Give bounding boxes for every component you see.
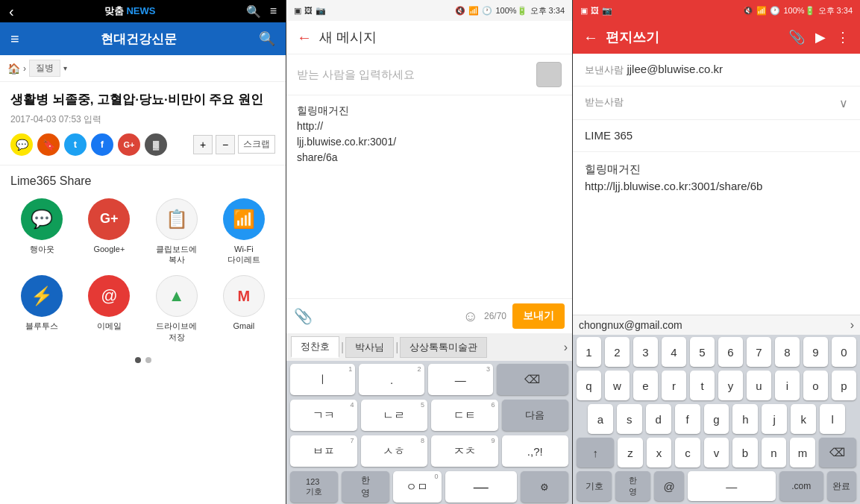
scrap-plus-button[interactable]: +	[193, 135, 213, 154]
key-i[interactable]: i	[775, 371, 800, 400]
key-x[interactable]: x	[647, 438, 672, 467]
hamburger-icon[interactable]: ≡	[10, 31, 19, 48]
key-3[interactable]: 3	[633, 337, 658, 367]
key-c[interactable]: c	[675, 438, 700, 467]
email-attach-icon[interactable]: 📎	[788, 29, 805, 45]
key-k[interactable]: k	[791, 404, 816, 434]
email-back-button[interactable]: ←	[583, 29, 598, 46]
send-button[interactable]: 보내기	[512, 303, 565, 329]
at-key[interactable]: @	[654, 471, 683, 501]
key-2[interactable]: 2	[605, 337, 630, 367]
key-t[interactable]: t	[690, 371, 715, 400]
key-dot[interactable]: 2.	[359, 364, 424, 395]
next-key[interactable]: 다음	[502, 400, 569, 431]
more-share-icon[interactable]: ▓	[145, 133, 167, 156]
com-key[interactable]: .com	[779, 471, 823, 501]
key-nl[interactable]: 5ㄴㄹ	[361, 400, 428, 431]
key-b[interactable]: b	[732, 438, 758, 467]
home-link[interactable]: 🏠	[7, 63, 20, 75]
backspace-key[interactable]: ⌫	[497, 364, 568, 395]
symbols-key[interactable]: 123기호	[290, 471, 338, 503]
recipient-art[interactable]: 상상톡톡미술관	[400, 337, 487, 358]
space-key-kr[interactable]: —	[445, 471, 517, 503]
key-punct[interactable]: .,?!	[502, 435, 569, 467]
bookmark-icon[interactable]: 🔖	[37, 133, 60, 156]
recipient-doctor[interactable]: 박사님	[345, 337, 394, 358]
key-sh[interactable]: 8ㅅㅎ	[361, 435, 428, 467]
facebook-share-icon[interactable]: f	[91, 133, 113, 156]
key-f[interactable]: f	[675, 404, 700, 434]
share-email[interactable]: @ 이메일	[78, 275, 140, 342]
key-o[interactable]: o	[803, 371, 828, 400]
key-q[interactable]: q	[577, 371, 601, 400]
key-p[interactable]: p	[832, 371, 856, 400]
key-m[interactable]: m	[790, 438, 815, 467]
key-5[interactable]: 5	[690, 337, 715, 367]
key-j[interactable]: j	[762, 404, 787, 434]
key-d[interactable]: d	[646, 404, 671, 434]
key-n[interactable]: n	[762, 438, 787, 467]
key-l[interactable]: l	[820, 404, 845, 434]
email-body[interactable]: 힐링매거진http://ljj.bluwise.co.kr:3001/share…	[573, 152, 860, 315]
key-gk[interactable]: 4ㄱㅋ	[290, 400, 357, 431]
key-w[interactable]: w	[605, 371, 630, 400]
sms-back-button[interactable]: ←	[297, 29, 312, 46]
message-body-area[interactable]: 힐링매거진http://ljj.bluwise.co.kr:3001/share…	[286, 95, 572, 298]
key-bp[interactable]: 7ㅂㅍ	[290, 435, 357, 467]
key-8[interactable]: 8	[775, 337, 800, 367]
email-more-icon[interactable]: ⋮	[836, 29, 850, 45]
key-i[interactable]: 1ㅣ	[290, 364, 355, 395]
shift-key[interactable]: ↑	[577, 438, 614, 467]
to-field[interactable]: 받는 사람을 입력하세요	[286, 54, 572, 95]
key-dash[interactable]: 3—	[428, 364, 493, 395]
recipients-row[interactable]: chongnux@gmail.com ›	[573, 315, 860, 335]
category-link[interactable]: 질병	[29, 60, 60, 77]
share-hangout[interactable]: 💬 행아웃	[10, 198, 73, 265]
key-dt[interactable]: 6ㄷㅌ	[431, 400, 498, 431]
recipient-jungchaho[interactable]: 정찬호	[291, 336, 339, 358]
key-jc[interactable]: 9ㅈㅊ	[431, 435, 498, 467]
key-1[interactable]: 1	[577, 337, 601, 367]
subject-field[interactable]: LIME 365	[573, 120, 860, 152]
key-0[interactable]: 0	[832, 337, 856, 367]
email-send-icon[interactable]: ▶	[815, 29, 826, 45]
key-e[interactable]: e	[633, 371, 658, 400]
search-icon[interactable]: 🔍	[246, 4, 261, 19]
key-4[interactable]: 4	[662, 337, 686, 367]
share-clipboard[interactable]: 📋 클립보드에복사	[145, 198, 208, 265]
back-button[interactable]: ‹	[9, 3, 14, 20]
key-y[interactable]: y	[718, 371, 743, 400]
kakao-share-icon[interactable]: 💬	[10, 133, 33, 156]
share-gplus[interactable]: G+ Google+	[78, 198, 140, 265]
done-key[interactable]: 완료	[827, 471, 856, 501]
space-qkey[interactable]: —	[688, 471, 776, 501]
menu-icon[interactable]: ≡	[270, 4, 277, 18]
key-a[interactable]: a	[588, 404, 613, 434]
share-bluetooth[interactable]: ⚡ 블루투스	[10, 275, 73, 342]
recipients-chevron[interactable]: ›	[564, 341, 568, 354]
share-wifi[interactable]: 📶 Wi-Fi다이레트	[213, 198, 275, 265]
key-v[interactable]: v	[704, 438, 729, 467]
key-9[interactable]: 9	[803, 337, 828, 367]
share-gmail[interactable]: M Gmail	[213, 275, 275, 342]
attach-icon[interactable]: 📎	[294, 307, 313, 325]
settings-key[interactable]: ⚙	[521, 471, 568, 503]
blue-bar-search-icon[interactable]: 🔍	[259, 31, 275, 47]
scrap-minus-button[interactable]: −	[216, 135, 235, 154]
symbols-qkey[interactable]: 기호	[577, 471, 612, 501]
lang-qkey[interactable]: 한영	[615, 471, 650, 501]
key-6[interactable]: 6	[718, 337, 743, 367]
key-7[interactable]: 7	[747, 337, 771, 367]
key-g[interactable]: g	[704, 404, 729, 434]
gplus-share-icon[interactable]: G+	[118, 133, 140, 156]
share-drive[interactable]: ▲ 드라이브에저장	[145, 275, 208, 342]
twitter-share-icon[interactable]: t	[64, 133, 87, 156]
key-z[interactable]: z	[618, 438, 643, 467]
to-field-email[interactable]: 받는사람 ∨	[573, 86, 860, 120]
qwerty-backspace-key[interactable]: ⌫	[819, 438, 856, 467]
lang-key[interactable]: 한영	[342, 471, 389, 503]
key-om[interactable]: 0ㅇㅁ	[393, 471, 441, 503]
key-r[interactable]: r	[662, 371, 686, 400]
key-s[interactable]: s	[617, 404, 642, 434]
key-u[interactable]: u	[747, 371, 771, 400]
